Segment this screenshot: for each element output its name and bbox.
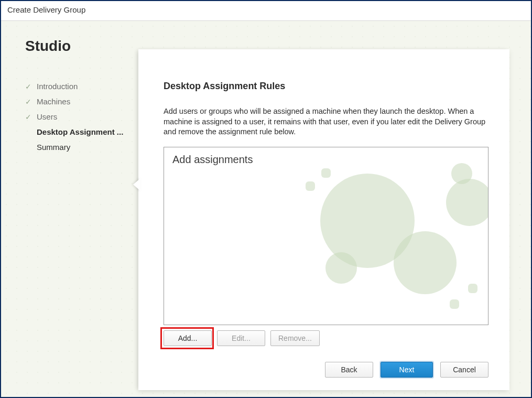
edit-button[interactable]: Edit... — [217, 330, 265, 346]
remove-button[interactable]: Remove... — [270, 330, 320, 346]
assignment-action-row: Add... Edit... Remove... — [164, 330, 488, 346]
step-label: Summary — [25, 143, 70, 152]
next-button[interactable]: Next — [381, 362, 433, 378]
decorative-square-icon — [468, 284, 477, 293]
step-label: Introduction — [37, 82, 78, 91]
check-icon: ✓ — [25, 82, 35, 91]
cancel-button[interactable]: Cancel — [440, 362, 488, 378]
decorative-blob-icon — [446, 179, 488, 226]
step-label: Machines — [37, 97, 70, 106]
back-button[interactable]: Back — [325, 362, 373, 378]
step-machines[interactable]: ✓ Machines — [25, 94, 138, 109]
step-users[interactable]: ✓ Users — [25, 109, 138, 124]
wizard-content-panel: Desktop Assignment Rules Add users or gr… — [138, 49, 509, 390]
panel-heading: Desktop Assignment Rules — [164, 81, 488, 92]
panel-description: Add users or groups who will be assigned… — [164, 106, 488, 137]
assignments-placeholder: Add assignments — [172, 154, 480, 166]
decorative-square-icon — [450, 299, 459, 309]
step-label: Desktop Assignment ... — [25, 127, 123, 136]
add-button[interactable]: Add... — [164, 330, 212, 346]
decorative-blob-icon — [451, 163, 472, 184]
check-icon: ✓ — [25, 113, 35, 121]
check-icon: ✓ — [25, 98, 35, 106]
step-introduction[interactable]: ✓ Introduction — [25, 79, 138, 94]
assignments-listbox[interactable]: Add assignments — [164, 147, 488, 325]
window-title: Create Delivery Group — [1, 1, 531, 21]
decorative-square-icon — [306, 181, 315, 191]
decorative-square-icon — [321, 168, 331, 178]
step-label: Users — [37, 112, 57, 121]
active-step-caret-icon — [133, 178, 140, 191]
step-desktop-assignment[interactable]: Desktop Assignment ... — [25, 124, 138, 139]
decorative-blob-icon — [325, 252, 357, 284]
dialog-window: Create Delivery Group Studio ✓ Introduct… — [0, 0, 532, 398]
decorative-blob-icon — [394, 231, 457, 294]
wizard-footer: Back Next Cancel — [164, 346, 488, 378]
dialog-body: Studio ✓ Introduction ✓ Machines ✓ Users… — [1, 21, 531, 397]
step-summary[interactable]: Summary — [25, 139, 138, 155]
app-title: Studio — [25, 38, 138, 55]
wizard-sidebar: Studio ✓ Introduction ✓ Machines ✓ Users… — [1, 21, 138, 397]
wizard-steps: ✓ Introduction ✓ Machines ✓ Users Deskto… — [25, 79, 138, 155]
